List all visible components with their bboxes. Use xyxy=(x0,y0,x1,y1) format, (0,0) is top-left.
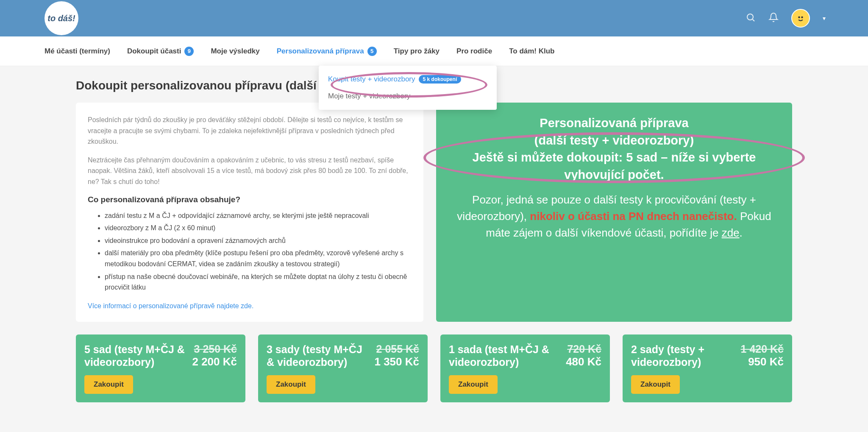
bell-icon[interactable] xyxy=(768,12,779,24)
product-card-2-sets: 2 sady (testy + videorozbory) 1 420 Kč 9… xyxy=(623,334,792,402)
product-top: 3 sady (testy M+ČJ & videorozbory) 2 055… xyxy=(267,343,419,368)
nav-my-results[interactable]: Moje výsledky xyxy=(211,47,259,56)
info-paragraph-2: Neztrácejte čas přehnaným doučováním a o… xyxy=(88,155,412,187)
topbar: to dáš! ▾ xyxy=(0,0,868,36)
nav-club[interactable]: To dám! Klub xyxy=(509,47,554,56)
product-card-1-set: 1 sada (test M+ČJ & videorozbory) 720 Kč… xyxy=(440,334,610,402)
promo-title-3: Ještě si můžete dokoupit: 5 sad – níže s… xyxy=(452,149,776,183)
nav-tips-students[interactable]: Tipy pro žáky xyxy=(394,47,440,56)
avatar[interactable] xyxy=(791,9,810,28)
info-more-link[interactable]: Více informací o personalizované příprav… xyxy=(88,302,253,310)
chevron-down-icon[interactable]: ▾ xyxy=(823,15,826,22)
notice-end: . xyxy=(740,226,743,239)
notice-warning: nikoliv o účasti na PN dnech nanečisto. xyxy=(530,210,737,223)
info-subheading: Co personalizovaná příprava obsahuje? xyxy=(88,195,412,204)
product-title: 1 sada (test M+ČJ & videorozbory) xyxy=(449,343,560,368)
product-title: 3 sady (testy M+ČJ & videorozbory) xyxy=(267,343,368,368)
price-block: 2 055 Kč 1 350 Kč xyxy=(374,343,419,368)
nav-personalized-prep[interactable]: Personalizovaná příprava 5 xyxy=(277,47,377,56)
price-new: 950 Kč xyxy=(741,355,784,368)
price-block: 3 250 Kč 2 200 Kč xyxy=(192,343,237,368)
svg-point-1 xyxy=(798,17,799,18)
info-paragraph-1: Posledních pár týdnů do zkoušky je pro d… xyxy=(88,114,412,147)
price-new: 480 Kč xyxy=(566,355,601,368)
navbar: Mé účasti (termíny) Dokoupit účasti 9 Mo… xyxy=(0,36,868,66)
product-top: 5 sad (testy M+ČJ & videorozbory) 3 250 … xyxy=(84,343,237,368)
nav-label: Personalizovaná příprava xyxy=(277,47,364,56)
price-old: 720 Kč xyxy=(566,343,601,355)
dropdown-my-tests[interactable]: Moje testy + videorozbory xyxy=(319,88,497,105)
search-icon[interactable] xyxy=(746,12,756,24)
main-container: Dokoupit personalizovanou přípravu (dalš… xyxy=(31,66,837,415)
price-new: 1 350 Kč xyxy=(374,355,419,368)
svg-point-2 xyxy=(801,17,802,18)
nav-buy-participations[interactable]: Dokoupit účasti 9 xyxy=(127,47,194,56)
info-list-item: videoinstrukce pro bodování a opravení z… xyxy=(105,235,412,246)
product-card-5-sets: 5 sad (testy M+ČJ & videorozbory) 3 250 … xyxy=(76,334,245,402)
products-row: 5 sad (testy M+ČJ & videorozbory) 3 250 … xyxy=(76,334,792,402)
dropdown-personalized: Koupit testy + videorozbory 5 k dokoupen… xyxy=(319,66,497,110)
promo-card: Personalizovaná příprava (další testy + … xyxy=(436,103,792,322)
promo-title-1: Personalizovaná příprava xyxy=(452,114,776,132)
product-title: 5 sad (testy M+ČJ & videorozbory) xyxy=(84,343,186,368)
price-new: 2 200 Kč xyxy=(192,355,237,368)
product-card-3-sets: 3 sady (testy M+ČJ & videorozbory) 2 055… xyxy=(258,334,428,402)
promo-notice: Pozor, jedná se pouze o další testy k pr… xyxy=(452,192,776,241)
price-old: 2 055 Kč xyxy=(374,343,419,355)
price-old: 3 250 Kč xyxy=(192,343,237,355)
product-top: 1 sada (test M+ČJ & videorozbory) 720 Kč… xyxy=(449,343,601,368)
notice-link[interactable]: zde xyxy=(722,226,740,239)
price-block: 720 Kč 480 Kč xyxy=(566,343,601,368)
site-logo[interactable]: to dáš! xyxy=(45,1,78,35)
info-list-item: přístup na naše obecné doučovací webinář… xyxy=(105,271,412,293)
topbar-right: ▾ xyxy=(746,9,826,28)
info-list-item: zadání testu z M a ČJ + odpovídající záz… xyxy=(105,210,412,221)
nav-badge: 5 xyxy=(367,47,377,56)
buy-button[interactable]: Zakoupit xyxy=(449,375,498,394)
promo-title-2: (další testy + videorozbory) xyxy=(452,132,776,149)
two-column-layout: Posledních pár týdnů do zkoušky je pro d… xyxy=(76,103,792,322)
info-list: zadání testu z M a ČJ + odpovídající záz… xyxy=(88,210,412,293)
nav-my-participations[interactable]: Mé účasti (termíny) xyxy=(45,47,110,56)
buy-button[interactable]: Zakoupit xyxy=(267,375,315,394)
info-card: Posledních pár týdnů do zkoušky je pro d… xyxy=(76,103,423,322)
info-list-item: videorozbory z M a ČJ (2 x 60 minut) xyxy=(105,223,412,234)
nav-badge: 9 xyxy=(184,47,194,56)
nav-label: Dokoupit účasti xyxy=(127,47,181,56)
product-top: 2 sady (testy + videorozbory) 1 420 Kč 9… xyxy=(631,343,784,368)
svg-point-0 xyxy=(747,14,753,20)
product-title: 2 sady (testy + videorozbory) xyxy=(631,343,735,368)
buy-button[interactable]: Zakoupit xyxy=(84,375,133,394)
info-list-item: další materiály pro oba předměty (klíče … xyxy=(105,248,412,269)
dropdown-buy-tests[interactable]: Koupit testy + videorozbory 5 k dokoupen… xyxy=(319,71,497,88)
price-old: 1 420 Kč xyxy=(741,343,784,355)
dropdown-badge: 5 k dokoupení xyxy=(419,75,462,84)
price-block: 1 420 Kč 950 Kč xyxy=(741,343,784,368)
dropdown-item-label: Koupit testy + videorozbory xyxy=(328,75,415,84)
nav-parents[interactable]: Pro rodiče xyxy=(456,47,492,56)
buy-button[interactable]: Zakoupit xyxy=(631,375,680,394)
